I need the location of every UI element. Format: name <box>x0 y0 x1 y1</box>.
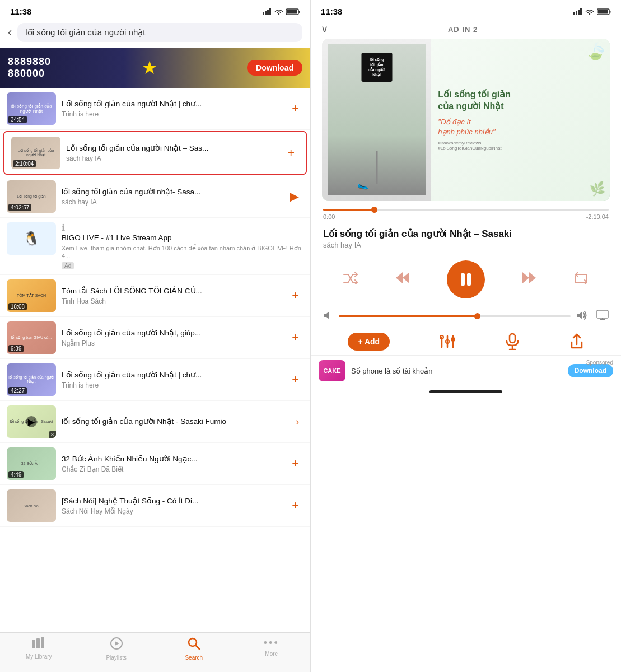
nav-item-playlists[interactable]: Playlists <box>78 637 156 661</box>
video-title: Lối sống tối giản của người Nhật | chư..… <box>62 370 282 380</box>
svg-rect-17 <box>580 8 582 15</box>
repeat-button[interactable] <box>573 271 589 288</box>
list-item[interactable]: Lối sống tối giản 4:02:57 lối sống tối g… <box>0 176 310 218</box>
pause-button[interactable] <box>447 260 485 298</box>
add-button[interactable]: + <box>287 286 304 305</box>
list-item[interactable]: lối sống tối giản của người Nhật 34:54 L… <box>0 88 310 130</box>
album-art-container: lối sốngtối giảncủa ngườiNhật 🥿 🍃 🌿 Lối … <box>311 39 621 201</box>
more-icon: ••• <box>264 637 279 649</box>
video-info: Lối sống tối giản của người Nhật – Sas..… <box>66 143 277 162</box>
ad-info: ℹ BIGO LIVE - #1 Live Stream App Xem Liv… <box>62 222 304 270</box>
thumb-duration: 34:54 <box>8 116 27 123</box>
song-channel: sách hay IA <box>323 241 609 249</box>
add-button[interactable]: ▶ <box>285 187 304 206</box>
list-item-highlighted[interactable]: Lối sống tối giản của người Nhật 2:10:04… <box>3 131 307 175</box>
add-button[interactable]: + Add <box>348 333 390 351</box>
video-title: Tóm tắt Sách LỐI SỐNG TỐI GIẢN CỦ... <box>62 286 282 296</box>
rewind-button[interactable] <box>395 271 410 288</box>
album-left: lối sốngtối giảncủa ngườiNhật 🥿 <box>322 39 431 201</box>
screen-icon[interactable] <box>596 310 609 323</box>
add-button[interactable]: + <box>283 143 299 162</box>
back-button[interactable]: ‹ <box>8 25 12 40</box>
video-info: lối sống tối giản của người nhật- Sasa..… <box>62 187 279 206</box>
status-bar-right: 11:38 <box>311 0 621 20</box>
equalizer-icon <box>440 334 455 349</box>
share-button[interactable] <box>569 333 584 350</box>
nav-item-more[interactable]: ••• More <box>233 637 311 661</box>
video-info: Lối sống tối giản của người Nhật, giúp..… <box>62 328 282 347</box>
album-right: 🍃 🌿 Lối sống tối giảncủa người Nhật "Đồ … <box>431 39 610 201</box>
sponsored-download-button[interactable]: Download <box>568 364 613 377</box>
video-info: Tóm tắt Sách LỐI SỐNG TỐI GIẢN CỦ... Tin… <box>62 286 282 305</box>
wifi-icon-right <box>585 8 594 15</box>
volume-mute-icon <box>323 311 333 322</box>
ad-download-button[interactable]: Download <box>247 60 302 76</box>
search-icon <box>188 637 200 653</box>
svg-line-13 <box>195 645 199 649</box>
thumb-duration: 2:10:04 <box>13 160 36 167</box>
video-title: Lối sống tối giản của người Nhật – Sas..… <box>66 143 277 153</box>
nav-item-library[interactable]: My Library <box>0 637 78 661</box>
progress-bar[interactable] <box>323 209 609 211</box>
video-channel: Ngẫm Plus <box>62 339 282 347</box>
svg-rect-7 <box>32 640 35 648</box>
playlists-icon <box>110 637 123 653</box>
album-title: Lối sống tối giảncủa người Nhật <box>438 89 603 113</box>
video-info: lối sống tối giản của người Nhật - Sasak… <box>62 417 286 427</box>
search-input[interactable]: lối sống tối giản của người nhật <box>17 23 302 42</box>
video-channel: Sách Nói Hay Mỗi Ngày <box>62 507 282 515</box>
list-item[interactable]: lối sống bạn GIÀU có... 9:39 Lối sống tố… <box>0 317 310 359</box>
svg-marker-21 <box>396 272 403 283</box>
svg-rect-1 <box>265 11 267 15</box>
album-art: lối sốngtối giảncủa ngườiNhật 🥿 🍃 🌿 Lối … <box>322 39 610 201</box>
volume-bar[interactable] <box>339 315 571 317</box>
status-icons-right <box>573 8 611 15</box>
list-item[interactable]: TÓM TẮT SÁCH 18:08 Tóm tắt Sách LỐI SỐNG… <box>0 275 310 317</box>
forward-button[interactable] <box>521 271 537 288</box>
equalizer-button[interactable] <box>440 334 455 349</box>
battery-icon-right <box>597 8 611 15</box>
nav-label-more: More <box>265 651 278 657</box>
status-icons-left <box>263 8 300 15</box>
list-item[interactable]: 32 Bức Ảnh 4:49 32 Bức Ảnh Khiến Nhiều N… <box>0 443 310 485</box>
video-thumbnail: lối sống tối giản của người Nhật 34:54 <box>7 92 56 125</box>
video-info: [Sách Nói] Nghệ Thuật Sống - Có Ít Đi...… <box>62 496 282 515</box>
microphone-button[interactable] <box>505 333 520 350</box>
ad-badge: Ad <box>62 262 74 269</box>
add-button[interactable]: + <box>287 328 304 347</box>
video-thumbnail: Sách Nói <box>7 489 56 522</box>
progress-dot <box>371 207 377 213</box>
volume-loud-icon <box>576 311 587 322</box>
bottom-nav: My Library Playlists Search ••• More <box>0 632 310 672</box>
time-current: 0:00 <box>323 213 335 220</box>
song-title: Lối sống tối giản của người Nhật – Sasak… <box>323 228 609 240</box>
nav-item-search[interactable]: Search <box>155 637 233 661</box>
chevron-down-icon[interactable]: ∨ <box>321 23 328 35</box>
search-bar-row: ‹ lối sống tối giản của người nhật <box>0 20 310 48</box>
ad-title: BIGO LIVE - #1 Live Stream App <box>62 233 304 243</box>
add-button[interactable]: + <box>287 99 304 118</box>
album-art-inner: lối sốngtối giảncủa ngườiNhật 🥿 🍃 🌿 Lối … <box>322 39 610 201</box>
signal-icon-right <box>573 8 582 15</box>
sponsored-text: Số phone là số tài khoản <box>351 367 562 375</box>
list-item[interactable]: lối sống tối giản của người Nhật 42:27 L… <box>0 359 310 401</box>
video-title: Lối sống tối giản của người Nhật, giúp..… <box>62 328 282 338</box>
video-channel: Trinh is here <box>62 381 282 389</box>
video-thumbnail: Lối sống tối giản 4:02:57 <box>7 180 56 213</box>
leaf-decoration-2: 🌿 <box>589 181 606 198</box>
svg-rect-24 <box>467 273 471 286</box>
time-remaining: -2:10:04 <box>586 213 609 220</box>
add-button[interactable]: + <box>287 496 304 515</box>
shuffle-button[interactable] <box>343 271 358 288</box>
add-button[interactable]: + <box>287 370 304 389</box>
video-info: Lối sống tối giản của người Nhật | chư..… <box>62 370 282 389</box>
progress-times: 0:00 -2:10:04 <box>323 213 609 220</box>
video-info: 32 Bức Ảnh Khiến Nhiều Người Ngạc... Chắ… <box>62 454 282 473</box>
thumb-duration: 9:39 <box>8 345 24 352</box>
thumb-duration: 18:08 <box>8 303 27 310</box>
playlist-item[interactable]: lối sống tối giản - Sasaki ▶ 8 lối sống … <box>0 401 310 443</box>
list-item[interactable]: Sách Nói [Sách Nói] Nghệ Thuật Sống - Có… <box>0 485 310 527</box>
video-channel: Trinh is here <box>62 110 282 118</box>
add-button[interactable]: + <box>287 454 304 473</box>
svg-rect-23 <box>461 273 465 286</box>
